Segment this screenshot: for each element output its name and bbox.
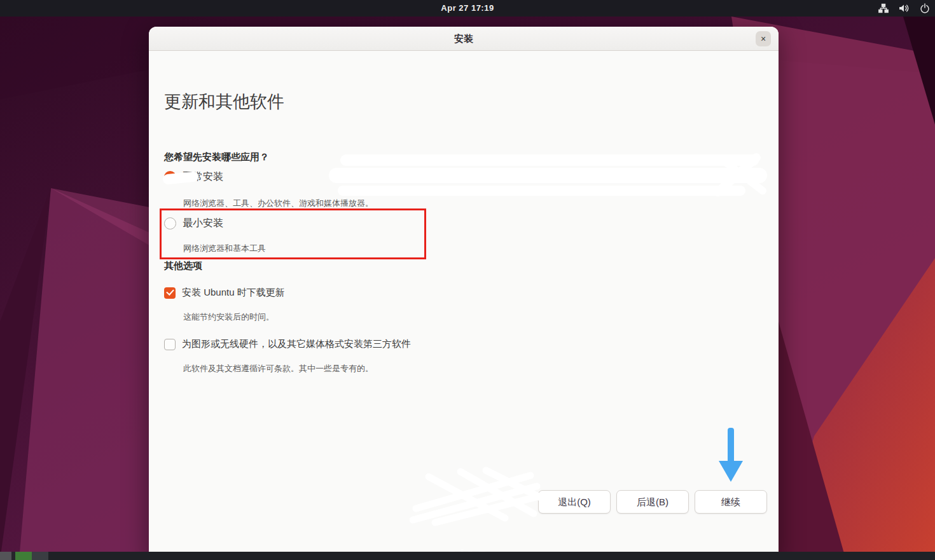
taskbar-block-green (15, 552, 32, 560)
continue-button[interactable]: 继续 (695, 490, 767, 514)
checkbox-icon-third-party[interactable] (164, 339, 176, 350)
radio-icon-normal-install[interactable] (164, 171, 176, 183)
system-tray[interactable] (878, 0, 930, 17)
top-panel: Apr 27 17:19 (0, 0, 935, 17)
checkbox-label: 为图形或无线硬件，以及其它媒体格式安装第三方软件 (182, 338, 411, 350)
radio-option-label: 正常安装 (183, 170, 223, 184)
window-titlebar[interactable]: 安装 × (149, 27, 779, 51)
checkbox-row-0[interactable]: 安装 Ubuntu 时下载更新 (164, 287, 285, 299)
radio-option-label: 最小安装 (183, 217, 223, 230)
desktop: Apr 27 17:19 (0, 0, 935, 560)
checkbox-label: 安装 Ubuntu 时下载更新 (182, 287, 285, 299)
radio-icon-minimal-install[interactable] (164, 217, 176, 229)
radio-option-desc: 网络浏览器、工具、办公软件、游戏和媒体播放器。 (183, 198, 373, 209)
network-wired-icon (878, 3, 889, 13)
checkbox-desc: 此软件及其文档遵循许可条款。其中一些是专有的。 (183, 363, 373, 374)
taskbar-block-gray (0, 552, 11, 560)
back-button[interactable]: 后退(B) (616, 490, 689, 514)
bottom-edge-taskbar[interactable] (0, 552, 935, 560)
radio-option-desc: 网络浏览器和基本工具 (183, 243, 266, 254)
question-label: 您希望先安装哪些应用？ (164, 151, 269, 163)
page-title: 更新和其他软件 (164, 90, 284, 113)
close-button[interactable]: × (756, 31, 771, 46)
clock[interactable]: Apr 27 17:19 (0, 0, 935, 17)
window-title: 安装 (149, 27, 779, 51)
radio-option-0[interactable]: 正常安装 (164, 170, 223, 184)
blue-arrow-annotation (716, 426, 745, 487)
power-icon (920, 3, 930, 13)
installer-body: 更新和其他软件 您希望先安装哪些应用？ 正常安装 网络浏览器、工具、办公软件、游… (149, 51, 779, 559)
checkbox-desc: 这能节约安装后的时间。 (183, 311, 274, 323)
taskbar-block-gray2 (32, 552, 48, 560)
quit-button[interactable]: 退出(Q) (538, 490, 611, 514)
radio-option-1[interactable]: 最小安装 (164, 217, 223, 230)
other-options-label: 其他选项 (164, 260, 202, 272)
checkbox-icon-download-updates[interactable] (164, 287, 176, 299)
checkbox-row-1[interactable]: 为图形或无线硬件，以及其它媒体格式安装第三方软件 (164, 338, 411, 350)
installer-window: 安装 × 更新和其他软件 您希望先安装哪些应用？ 正常安装 (149, 27, 779, 560)
volume-icon (899, 3, 910, 13)
